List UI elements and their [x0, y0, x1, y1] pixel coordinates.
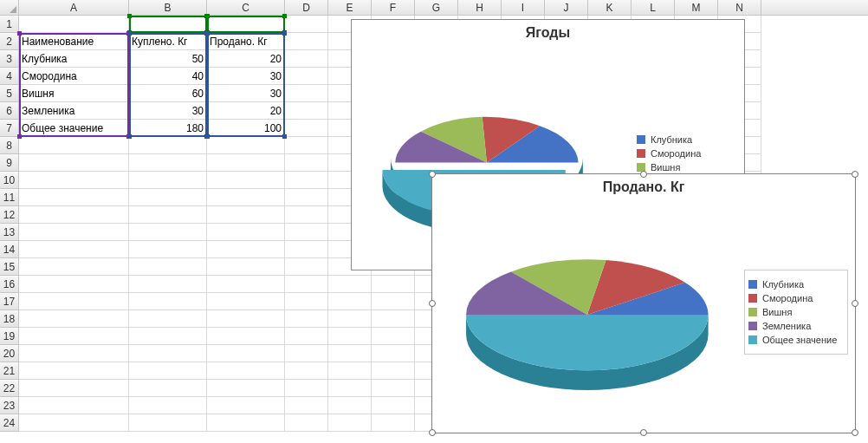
col-header-B[interactable]: B	[129, 0, 207, 15]
cell-E24[interactable]	[328, 414, 372, 432]
cell-C13[interactable]	[207, 224, 285, 241]
cell-C23[interactable]	[207, 397, 285, 414]
col-header-A[interactable]: A	[19, 0, 129, 15]
col-header-M[interactable]: M	[675, 0, 718, 15]
cell-D16[interactable]	[285, 276, 328, 293]
row-header[interactable]: 22	[0, 380, 19, 397]
col-header-G[interactable]: G	[415, 0, 458, 15]
cell-F17[interactable]	[372, 293, 415, 310]
cell-A22[interactable]	[19, 380, 129, 397]
cell-A24[interactable]	[19, 414, 129, 432]
resize-handle[interactable]	[429, 171, 436, 178]
col-header-I[interactable]: I	[502, 0, 545, 15]
row-header[interactable]: 16	[0, 276, 19, 293]
cell-D12[interactable]	[285, 206, 328, 224]
cell-D4[interactable]	[285, 68, 328, 85]
cell-D1[interactable]	[285, 16, 328, 33]
cell-A9[interactable]	[19, 154, 129, 172]
cell-B15[interactable]	[129, 258, 207, 276]
row-header[interactable]: 17	[0, 293, 19, 310]
cell-D17[interactable]	[285, 293, 328, 310]
col-header-J[interactable]: J	[545, 0, 588, 15]
cell-B5[interactable]: 60	[129, 85, 207, 102]
resize-handle[interactable]	[852, 300, 858, 307]
cell-D2[interactable]	[285, 33, 328, 50]
cell-C12[interactable]	[207, 206, 285, 224]
cell-A3[interactable]: Клубника	[19, 50, 129, 68]
cell-F23[interactable]	[372, 397, 415, 414]
col-header-D[interactable]: D	[285, 0, 328, 15]
cell-B21[interactable]	[129, 362, 207, 380]
cell-C17[interactable]	[207, 293, 285, 310]
cell-C16[interactable]	[207, 276, 285, 293]
row-header[interactable]: 6	[0, 102, 19, 120]
resize-handle[interactable]	[852, 429, 858, 436]
cell-C3[interactable]: 20	[207, 50, 285, 68]
cell-A16[interactable]	[19, 276, 129, 293]
cell-A20[interactable]	[19, 345, 129, 362]
cell-B3[interactable]: 50	[129, 50, 207, 68]
cell-D15[interactable]	[285, 258, 328, 276]
resize-handle[interactable]	[640, 429, 647, 436]
cell-E18[interactable]	[328, 310, 372, 328]
cell-F18[interactable]	[372, 310, 415, 328]
cell-A7[interactable]: Общее значение	[19, 120, 129, 137]
cell-E21[interactable]	[328, 362, 372, 380]
cell-A8[interactable]	[19, 137, 129, 154]
row-header[interactable]: 21	[0, 362, 19, 380]
cell-A14[interactable]	[19, 241, 129, 258]
cell-B6[interactable]: 30	[129, 102, 207, 120]
cell-C10[interactable]	[207, 172, 285, 189]
row-header[interactable]: 1	[0, 16, 19, 33]
cell-B23[interactable]	[129, 397, 207, 414]
cell-D23[interactable]	[285, 397, 328, 414]
cell-D3[interactable]	[285, 50, 328, 68]
cell-D9[interactable]	[285, 154, 328, 172]
cell-B4[interactable]: 40	[129, 68, 207, 85]
cell-D21[interactable]	[285, 362, 328, 380]
cell-B19[interactable]	[129, 328, 207, 345]
cell-F22[interactable]	[372, 380, 415, 397]
cell-B11[interactable]	[129, 189, 207, 206]
row-header[interactable]: 11	[0, 189, 19, 206]
cell-A17[interactable]	[19, 293, 129, 310]
cell-D7[interactable]	[285, 120, 328, 137]
row-header[interactable]: 2	[0, 33, 19, 50]
row-header[interactable]: 18	[0, 310, 19, 328]
cell-B24[interactable]	[129, 414, 207, 432]
cell-B14[interactable]	[129, 241, 207, 258]
col-header-H[interactable]: H	[458, 0, 502, 15]
col-header-K[interactable]: K	[588, 0, 632, 15]
row-header[interactable]: 8	[0, 137, 19, 154]
cell-D19[interactable]	[285, 328, 328, 345]
resize-handle[interactable]	[429, 429, 436, 436]
col-header-E[interactable]: E	[328, 0, 372, 15]
cell-C6[interactable]: 20	[207, 102, 285, 120]
resize-handle[interactable]	[640, 171, 647, 178]
cell-E20[interactable]	[328, 345, 372, 362]
cell-D18[interactable]	[285, 310, 328, 328]
cell-C9[interactable]	[207, 154, 285, 172]
cell-C20[interactable]	[207, 345, 285, 362]
cell-F16[interactable]	[372, 276, 415, 293]
cell-C14[interactable]	[207, 241, 285, 258]
cell-C22[interactable]	[207, 380, 285, 397]
cell-B10[interactable]	[129, 172, 207, 189]
cell-D5[interactable]	[285, 85, 328, 102]
cell-A11[interactable]	[19, 189, 129, 206]
col-header-C[interactable]: C	[207, 0, 285, 15]
row-header[interactable]: 12	[0, 206, 19, 224]
cell-C15[interactable]	[207, 258, 285, 276]
cell-C8[interactable]	[207, 137, 285, 154]
row-header[interactable]: 20	[0, 345, 19, 362]
cell-C21[interactable]	[207, 362, 285, 380]
cell-C18[interactable]	[207, 310, 285, 328]
cell-C4[interactable]: 30	[207, 68, 285, 85]
row-header[interactable]: 19	[0, 328, 19, 345]
cell-F21[interactable]	[372, 362, 415, 380]
col-header-F[interactable]: F	[372, 0, 415, 15]
cell-D6[interactable]	[285, 102, 328, 120]
cell-A5[interactable]: Вишня	[19, 85, 129, 102]
cell-B17[interactable]	[129, 293, 207, 310]
col-header-N[interactable]: N	[718, 0, 761, 15]
